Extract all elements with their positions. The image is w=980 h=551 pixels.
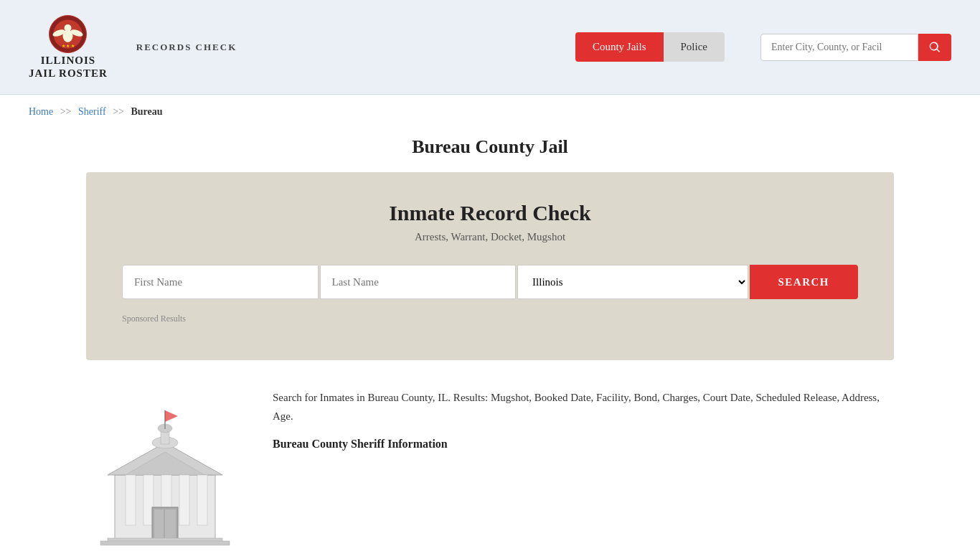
building-illustration (86, 389, 244, 547)
inmate-form-row: Illinois Alabama Alaska Arizona Arkansas… (122, 265, 858, 299)
header-search-button[interactable] (918, 34, 951, 61)
svg-rect-17 (165, 509, 176, 540)
content-description: Search for Inmates in Bureau County, IL.… (273, 389, 894, 425)
page-title: Bureau County Jail (29, 136, 951, 158)
search-icon (928, 41, 941, 54)
logo-area: ★ ★ ★ ILLINOIS JAIL ROSTER (29, 14, 108, 80)
breadcrumb-sheriff[interactable]: Sheriff (78, 106, 106, 117)
state-seal-icon: ★ ★ ★ (48, 14, 88, 54)
records-check-label: RECORDS CHECK (136, 42, 237, 53)
svg-rect-10 (126, 475, 136, 525)
breadcrumb-home[interactable]: Home (29, 106, 53, 117)
svg-rect-14 (197, 475, 207, 525)
breadcrumb: Home >> Sheriff >> Bureau (0, 95, 980, 129)
content-text: Search for Inmates in Bureau County, IL.… (273, 389, 894, 462)
logo-line1: ILLINOIS (41, 54, 95, 67)
courthouse-icon (93, 403, 237, 547)
svg-text:★ ★ ★: ★ ★ ★ (62, 44, 75, 48)
breadcrumb-sep2: >> (113, 106, 124, 117)
inmate-search-subtitle: Arrests, Warrant, Docket, Mugshot (122, 231, 858, 243)
nav-buttons: County Jails Police (575, 32, 725, 62)
svg-rect-16 (154, 509, 164, 540)
inmate-search-section: Inmate Record Check Arrests, Warrant, Do… (86, 172, 894, 360)
state-select[interactable]: Illinois Alabama Alaska Arizona Arkansas… (517, 265, 748, 299)
content-area: Search for Inmates in Bureau County, IL.… (0, 360, 980, 551)
svg-marker-24 (165, 410, 178, 422)
svg-point-5 (65, 24, 72, 32)
svg-rect-13 (179, 475, 189, 525)
first-name-input[interactable] (122, 265, 319, 299)
inmate-search-button[interactable]: SEARCH (750, 265, 859, 299)
header-search-bar (760, 34, 951, 61)
page-title-area: Bureau County Jail (0, 129, 980, 172)
inmate-search-title: Inmate Record Check (122, 201, 858, 225)
police-button[interactable]: Police (664, 32, 725, 62)
breadcrumb-sep1: >> (60, 106, 72, 117)
county-jails-button[interactable]: County Jails (575, 32, 664, 62)
last-name-input[interactable] (320, 265, 517, 299)
svg-rect-19 (100, 541, 230, 545)
header-search-input[interactable] (760, 34, 918, 61)
sponsored-label: Sponsored Results (122, 314, 858, 324)
logo-line2: JAIL ROSTER (29, 67, 108, 80)
content-subheading: Bureau County Sheriff Information (273, 434, 894, 453)
building-svg-area (86, 389, 244, 547)
site-header: ★ ★ ★ ILLINOIS JAIL ROSTER RECORDS CHECK… (0, 0, 980, 95)
breadcrumb-current: Bureau (131, 106, 162, 117)
